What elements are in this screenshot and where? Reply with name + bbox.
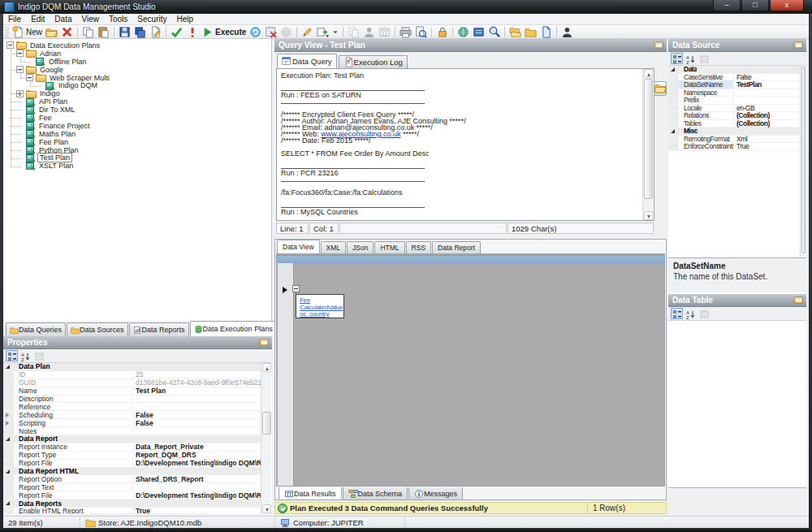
query-editor-scrollbar[interactable] bbox=[642, 69, 653, 220]
grid-disabled-icon[interactable] bbox=[377, 26, 392, 38]
tree-item-indigo-dqm[interactable]: Indigo DQM bbox=[6, 81, 271, 89]
minimize-button[interactable]: – bbox=[713, 0, 741, 11]
tree-item-data-execution-plans[interactable]: Data Execution Plans bbox=[6, 41, 271, 50]
title-bar[interactable]: Indigo DQM Data Management Studio – □ x bbox=[0, 0, 812, 14]
tree-item-dir-to-xml[interactable]: Dir To XML bbox=[6, 106, 271, 114]
tree-item-indigo[interactable]: Indigo bbox=[6, 89, 271, 97]
execute-button[interactable]: Execute bbox=[200, 26, 248, 38]
dt-categorize-icon[interactable] bbox=[671, 308, 683, 319]
tree-item-adrian[interactable]: Adrian bbox=[6, 50, 271, 58]
clear-results-icon[interactable] bbox=[263, 26, 279, 38]
data-source-menu-icon[interactable] bbox=[793, 41, 803, 49]
print-icon[interactable] bbox=[398, 26, 413, 38]
document-icon[interactable] bbox=[538, 26, 554, 38]
tab-rss[interactable]: RSS bbox=[406, 241, 431, 253]
query-editor[interactable]: Execution Plan: Test PlanRun : FEES on S… bbox=[276, 68, 654, 221]
folders-icon[interactable] bbox=[508, 26, 523, 38]
menu-security[interactable]: Security bbox=[132, 14, 171, 24]
tree-item-offline-plan[interactable]: Offline Plan bbox=[6, 58, 271, 66]
query-builder-icon[interactable] bbox=[300, 26, 315, 38]
property-row-enforceconstraints[interactable]: EnforceConstraintsTrue bbox=[668, 143, 800, 151]
tree-item-web-scraper-multi[interactable]: Web Scraper Multi bbox=[6, 74, 271, 82]
open-icon[interactable] bbox=[44, 26, 59, 38]
security-lock-icon[interactable] bbox=[434, 26, 450, 38]
tab-execution-log[interactable]: Execution Log bbox=[339, 55, 408, 68]
menu-tools[interactable]: Tools bbox=[104, 14, 132, 24]
save-icon[interactable] bbox=[117, 26, 132, 38]
panel-menu-icon[interactable] bbox=[259, 339, 269, 346]
delete-icon[interactable] bbox=[59, 26, 75, 38]
ds-sort-alpha-icon[interactable]: AZ bbox=[685, 53, 697, 64]
search-icon[interactable] bbox=[486, 26, 502, 38]
tree-item-api-plan[interactable]: API Plan bbox=[6, 97, 271, 106]
maximize-button[interactable]: □ bbox=[741, 0, 769, 11]
edit-icon[interactable] bbox=[148, 26, 163, 38]
data-table-menu-icon[interactable] bbox=[793, 296, 803, 304]
user-icon[interactable] bbox=[559, 26, 575, 38]
print-preview-icon[interactable] bbox=[413, 26, 429, 38]
tab-html[interactable]: HTML bbox=[374, 241, 404, 253]
tab-messages[interactable]: Messages bbox=[408, 487, 463, 500]
tab-data-sources[interactable]: Data Sources bbox=[67, 322, 128, 336]
tree-item-google[interactable]: Google bbox=[6, 66, 271, 74]
validate-icon[interactable] bbox=[169, 26, 184, 38]
new-button[interactable]: New bbox=[11, 26, 44, 38]
store-icon[interactable] bbox=[523, 26, 538, 38]
properties-panel-header[interactable]: Properties bbox=[3, 336, 272, 349]
tab-data-reports[interactable]: Data Reports bbox=[129, 322, 189, 336]
menu-view[interactable]: View bbox=[76, 14, 104, 24]
query-line bbox=[281, 176, 654, 183]
menu-edit[interactable]: Edit bbox=[26, 14, 50, 24]
data-source-scrollbar[interactable] bbox=[800, 66, 806, 257]
copy-disabled-icon[interactable] bbox=[346, 26, 361, 38]
tab-xml[interactable]: XML bbox=[321, 241, 346, 253]
tab-data-execution-plans[interactable]: Data Execution Plans bbox=[190, 321, 277, 336]
tree-item-maths-plan[interactable]: Maths Plan bbox=[6, 130, 271, 138]
table-link-oc_country[interactable]: oc_country bbox=[300, 311, 343, 318]
property-pages-icon[interactable] bbox=[33, 350, 45, 361]
tab-data-view[interactable]: Data View bbox=[277, 240, 320, 253]
data-table-header[interactable]: Data Table bbox=[668, 294, 806, 307]
data-source-header[interactable]: Data Source bbox=[668, 39, 806, 52]
ds-categorize-icon[interactable] bbox=[671, 53, 683, 64]
dt-sort-alpha-icon[interactable]: AZ bbox=[685, 308, 697, 319]
export-icon[interactable] bbox=[315, 26, 330, 38]
menu-data[interactable]: Data bbox=[50, 14, 76, 24]
tree-item-test-plan[interactable]: Test Plan bbox=[6, 154, 271, 162]
close-button[interactable]: x bbox=[770, 0, 804, 11]
refresh-icon[interactable] bbox=[248, 26, 263, 38]
tab-data-queries[interactable]: Data Queries bbox=[6, 322, 66, 336]
save-all-icon[interactable] bbox=[132, 26, 148, 38]
tree-item-xslt-plan[interactable]: XSLT Plan bbox=[6, 162, 271, 170]
tree-item-fee[interactable]: Fee bbox=[6, 114, 271, 122]
property-row-enable-html-report[interactable]: Enable HTML ReportTrue bbox=[3, 508, 261, 513]
remote-icon[interactable] bbox=[471, 26, 486, 38]
tab-data-report[interactable]: Data Report bbox=[432, 241, 481, 253]
web-service-icon[interactable] bbox=[456, 26, 471, 38]
user-disabled-icon[interactable] bbox=[361, 26, 377, 38]
tab-data-query[interactable]: Data Query bbox=[277, 54, 337, 68]
export-dropdown-icon[interactable] bbox=[330, 26, 340, 38]
row-expander-icon[interactable] bbox=[292, 285, 300, 292]
collapse-icon[interactable] bbox=[6, 41, 14, 49]
menu-help[interactable]: Help bbox=[171, 14, 198, 24]
ds-property-pages-icon[interactable] bbox=[698, 53, 710, 64]
stop-icon[interactable] bbox=[279, 26, 294, 38]
open-query-icon[interactable] bbox=[654, 81, 667, 96]
categorize-icon[interactable] bbox=[6, 350, 18, 361]
data-view-grid[interactable]: FeeCalculatedValueoc_country bbox=[276, 253, 665, 487]
copy-icon[interactable] bbox=[80, 26, 96, 38]
tab-data-results[interactable]: Data Results bbox=[279, 487, 342, 500]
query-view-header[interactable]: Query View - Test Plan bbox=[274, 39, 667, 52]
query-panel-menu-icon[interactable] bbox=[654, 41, 663, 49]
menu-file[interactable]: File bbox=[3, 14, 26, 24]
tree-item-fee-plan[interactable]: Fee Plan bbox=[6, 138, 271, 146]
properties-scrollbar[interactable] bbox=[261, 363, 271, 513]
dt-property-pages-icon[interactable] bbox=[698, 308, 710, 319]
debug-icon[interactable] bbox=[184, 26, 200, 38]
tab-data-schema[interactable]: Data Schema bbox=[343, 487, 408, 500]
tree-item-finance-project[interactable]: Finance Project bbox=[6, 122, 271, 130]
paste-icon[interactable] bbox=[96, 26, 111, 38]
tab-json[interactable]: JSon bbox=[347, 241, 374, 253]
sort-alpha-icon[interactable]: AZ bbox=[19, 350, 32, 361]
